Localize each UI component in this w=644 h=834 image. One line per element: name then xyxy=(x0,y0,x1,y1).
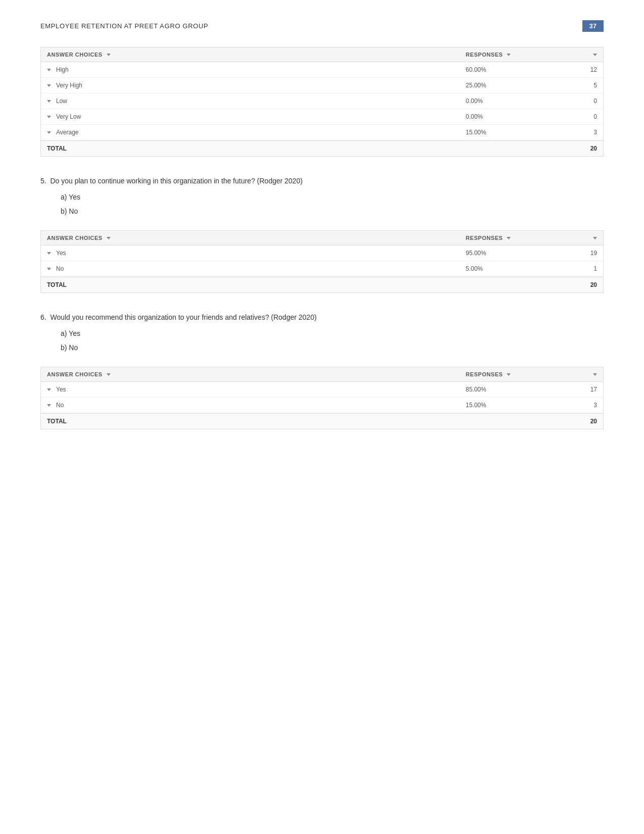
table-2-responses-col-header: RESPONSES xyxy=(466,235,567,241)
page-title: EMPLOYEE RETENTION AT PREET AGRO GROUP xyxy=(40,22,208,30)
row-expand-icon[interactable] xyxy=(47,116,51,118)
question-5-options: a) Yes b) No xyxy=(61,193,604,215)
total-label: TOTAL xyxy=(47,281,567,288)
row-expand-icon[interactable] xyxy=(47,100,51,103)
table-1-answer-col-header: ANSWER CHOICES xyxy=(47,52,466,58)
table-3-header-row: ANSWER CHOICES RESPONSES xyxy=(41,367,603,382)
row-count-low: 0 xyxy=(567,97,597,105)
row-expand-icon[interactable] xyxy=(47,69,51,71)
table-row: No 5.00% 1 xyxy=(41,261,603,277)
table-row: High 60.00% 12 xyxy=(41,62,603,78)
question-5-text: 5. Do you plan to continue working in th… xyxy=(40,177,604,185)
table-3-count-col-header xyxy=(567,371,597,377)
table-2-answer-col-header: ANSWER CHOICES xyxy=(47,235,466,241)
count-col-sort-icon[interactable] xyxy=(593,373,597,376)
table-row: Very Low 0.00% 0 xyxy=(41,109,603,125)
total-label: TOTAL xyxy=(47,145,567,152)
question-6-text: 6. Would you recommend this organization… xyxy=(40,313,604,321)
question-6: 6. Would you recommend this organization… xyxy=(40,313,604,352)
row-count-average: 3 xyxy=(567,129,597,136)
total-count: 20 xyxy=(567,418,597,425)
table-3-answer-col-header: ANSWER CHOICES xyxy=(47,371,466,377)
table-1-header-row: ANSWER CHOICES RESPONSES xyxy=(41,47,603,62)
row-expand-icon[interactable] xyxy=(47,84,51,87)
table-row: Average 15.00% 3 xyxy=(41,125,603,140)
question-5-option-a: a) Yes xyxy=(61,193,604,201)
count-col-sort-icon[interactable] xyxy=(593,54,597,56)
answer-col-sort-icon[interactable] xyxy=(107,373,111,376)
responses-col-sort-icon[interactable] xyxy=(507,373,511,376)
row-answer-average: Average xyxy=(47,129,466,136)
row-count-yes: 19 xyxy=(567,250,597,257)
table-row: Very High 25.00% 5 xyxy=(41,78,603,93)
row-expand-icon[interactable] xyxy=(47,268,51,270)
row-responses-very-high: 25.00% xyxy=(466,82,567,89)
answer-col-sort-icon[interactable] xyxy=(107,54,111,56)
row-answer-no: No xyxy=(47,402,466,409)
row-answer-no: No xyxy=(47,265,466,272)
table-2: ANSWER CHOICES RESPONSES Yes 95.00% 19 N… xyxy=(40,230,604,293)
row-answer-high: High xyxy=(47,66,466,73)
row-answer-very-low: Very Low xyxy=(47,113,466,120)
row-responses-average: 15.00% xyxy=(466,129,567,136)
row-expand-icon[interactable] xyxy=(47,388,51,391)
table-row: Yes 95.00% 19 xyxy=(41,246,603,261)
row-answer-very-high: Very High xyxy=(47,82,466,89)
row-answer-yes: Yes xyxy=(47,386,466,393)
answer-col-sort-icon[interactable] xyxy=(107,237,111,239)
responses-col-sort-icon[interactable] xyxy=(507,237,511,239)
row-count-high: 12 xyxy=(567,66,597,73)
table-3-responses-col-header: RESPONSES xyxy=(466,371,567,377)
row-responses-no: 15.00% xyxy=(466,402,567,409)
question-6-option-b: b) No xyxy=(61,344,604,352)
table-1: ANSWER CHOICES RESPONSES High 60.00% 12 … xyxy=(40,47,604,157)
row-expand-icon[interactable] xyxy=(47,404,51,407)
question-5: 5. Do you plan to continue working in th… xyxy=(40,177,604,215)
row-responses-yes: 85.00% xyxy=(466,386,567,393)
page-header: EMPLOYEE RETENTION AT PREET AGRO GROUP 3… xyxy=(40,20,604,32)
question-5-option-b: b) No xyxy=(61,207,604,215)
table-1-count-col-header xyxy=(567,52,597,58)
row-count-yes: 17 xyxy=(567,386,597,393)
table-row: No 15.00% 3 xyxy=(41,398,603,413)
row-count-no: 1 xyxy=(567,265,597,272)
row-count-very-low: 0 xyxy=(567,113,597,120)
total-label: TOTAL xyxy=(47,418,567,425)
total-count: 20 xyxy=(567,281,597,288)
row-answer-yes: Yes xyxy=(47,250,466,257)
table-1-responses-col-header: RESPONSES xyxy=(466,52,567,58)
table-3-total-row: TOTAL 20 xyxy=(41,413,603,429)
row-responses-low: 0.00% xyxy=(466,97,567,105)
table-row: Yes 85.00% 17 xyxy=(41,382,603,398)
table-row: Low 0.00% 0 xyxy=(41,93,603,109)
row-answer-low: Low xyxy=(47,97,466,105)
table-1-total-row: TOTAL 20 xyxy=(41,140,603,156)
row-expand-icon[interactable] xyxy=(47,131,51,134)
row-responses-no: 5.00% xyxy=(466,265,567,272)
table-2-header-row: ANSWER CHOICES RESPONSES xyxy=(41,231,603,246)
row-responses-very-low: 0.00% xyxy=(466,113,567,120)
row-expand-icon[interactable] xyxy=(47,252,51,255)
page-number: 37 xyxy=(582,20,604,32)
row-responses-high: 60.00% xyxy=(466,66,567,73)
row-responses-yes: 95.00% xyxy=(466,250,567,257)
total-count: 20 xyxy=(567,145,597,152)
responses-col-sort-icon[interactable] xyxy=(507,54,511,56)
count-col-sort-icon[interactable] xyxy=(593,237,597,239)
row-count-very-high: 5 xyxy=(567,82,597,89)
question-6-option-a: a) Yes xyxy=(61,329,604,337)
row-count-no: 3 xyxy=(567,402,597,409)
table-2-total-row: TOTAL 20 xyxy=(41,277,603,292)
question-6-options: a) Yes b) No xyxy=(61,329,604,352)
table-2-count-col-header xyxy=(567,235,597,241)
table-3: ANSWER CHOICES RESPONSES Yes 85.00% 17 N… xyxy=(40,367,604,429)
